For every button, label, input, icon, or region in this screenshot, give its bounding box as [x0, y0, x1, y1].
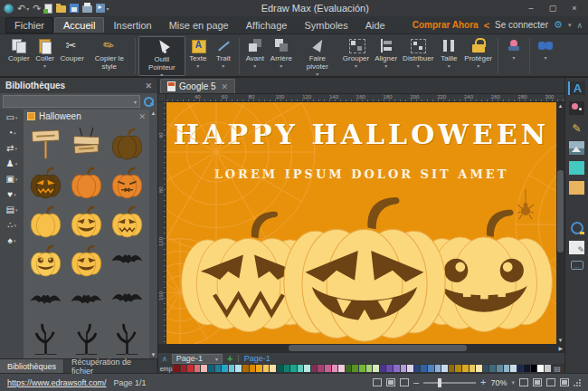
color-bar-more-icon[interactable]: ▤	[552, 365, 563, 372]
add-page-button[interactable]: +	[227, 353, 232, 364]
color-swatch[interactable]	[489, 365, 496, 372]
view-normal-icon[interactable]	[373, 378, 382, 386]
outline-panel-icon[interactable]	[569, 201, 584, 215]
page-list-chevron-icon[interactable]: ∧	[162, 355, 167, 363]
outil-pointeur-button[interactable]: Outil Pointeur▾	[138, 36, 185, 76]
color-swatch[interactable]	[250, 365, 256, 372]
color-swatch[interactable]	[325, 365, 331, 372]
menu-tab-mise-en-page[interactable]: Mise en page	[161, 18, 237, 33]
color-swatch[interactable]	[263, 365, 270, 372]
share-icon[interactable]: <	[484, 20, 489, 31]
color-swatch[interactable]	[346, 365, 352, 372]
shape-bat-3[interactable]	[66, 280, 107, 319]
theme-panel-icon[interactable]	[569, 101, 584, 115]
hyperlink-panel-icon[interactable]	[569, 221, 584, 234]
color-swatch[interactable]	[352, 365, 358, 372]
library-search-input[interactable]: ▾	[3, 95, 140, 108]
distribuer-button[interactable]: Distribuer▾	[400, 36, 436, 76]
shape-jack-yellow-zigzag[interactable]	[107, 202, 147, 241]
color-swatch[interactable]	[476, 365, 482, 372]
color-swatch[interactable]	[517, 365, 524, 372]
color-swatch[interactable]	[270, 365, 276, 372]
shape-bat-4[interactable]	[107, 280, 147, 319]
network-library-icon[interactable]: ∴▾	[7, 220, 16, 231]
color-swatch[interactable]	[386, 365, 393, 372]
page-tab[interactable]: Page-1	[244, 354, 270, 363]
charts-library-icon[interactable]: ◔▾	[7, 128, 16, 138]
fit-page-icon[interactable]	[519, 378, 528, 386]
color-swatch[interactable]	[373, 365, 379, 372]
color-swatch[interactable]	[421, 365, 427, 372]
color-swatch[interactable]	[242, 365, 249, 372]
shape-bat-1[interactable]	[107, 241, 147, 280]
horizontal-scroll-thumb[interactable]	[289, 345, 468, 351]
shape-tree-3[interactable]	[107, 319, 147, 358]
document-tab-close-icon[interactable]: ✕	[222, 82, 229, 91]
shape-bat-2[interactable]	[25, 280, 66, 319]
shape-jack-yellow-evil[interactable]	[66, 202, 107, 241]
color-swatch[interactable]	[537, 365, 544, 372]
grid-icon[interactable]	[560, 378, 569, 386]
sign-in-button[interactable]: Se connecter	[495, 20, 548, 30]
export-icon[interactable]: ▾	[96, 2, 109, 14]
zoom-caret-icon[interactable]: ▾	[511, 379, 515, 386]
color-swatch[interactable]	[462, 365, 469, 372]
document-tab[interactable]: Google 5 ✕	[160, 79, 235, 93]
shape-jack-yellow-grin[interactable]	[66, 241, 107, 280]
text-panel-icon[interactable]: A	[568, 81, 585, 95]
shape-sign-post[interactable]	[25, 124, 66, 163]
undo-caret-icon[interactable]: ▾	[26, 5, 29, 12]
zoom-slider-thumb[interactable]	[438, 378, 441, 387]
shape-pumpkin-yellow[interactable]	[25, 202, 66, 241]
color-swatch[interactable]	[504, 365, 510, 372]
library-scrollbar[interactable]: ▲ ▼	[149, 110, 157, 358]
color-swatch[interactable]	[304, 365, 310, 372]
edrawsoft-link[interactable]: https://www.edrawsoft.com/	[7, 378, 107, 387]
redo-icon[interactable]: ↷	[33, 2, 41, 14]
collapse-ribbon-icon[interactable]: ∧	[576, 21, 583, 30]
color-swatch[interactable]	[332, 365, 338, 372]
zoom-in-button[interactable]: +	[480, 378, 486, 386]
menu-tab-affichage[interactable]: Affichage	[238, 18, 296, 33]
pumpkin-middle[interactable]	[282, 186, 447, 344]
menu-tab-symboles[interactable]: Symboles	[296, 18, 356, 33]
vertical-scroll-thumb[interactable]	[557, 170, 564, 253]
close-button[interactable]: ×	[564, 2, 584, 14]
drawing-page[interactable]: HAPPY HALLOWEEN LOREM IPSUM DOLOR SIT AM…	[166, 102, 556, 344]
color-swatch[interactable]	[428, 365, 434, 372]
menu-tab-accueil[interactable]: Accueil	[54, 17, 104, 33]
couper-button[interactable]: Couper	[58, 36, 87, 76]
shape-pumpkin-orange[interactable]	[66, 163, 107, 202]
color-swatch[interactable]	[380, 365, 386, 372]
color-swatch[interactable]	[229, 365, 235, 372]
color-swatch[interactable]	[284, 365, 290, 372]
settings-gear-icon[interactable]: ⚙	[554, 19, 563, 31]
color-swatch[interactable]	[524, 365, 530, 372]
search-dropdown-caret-icon[interactable]: ▾	[134, 99, 137, 105]
shape-jack-orange-cross[interactable]	[107, 163, 147, 202]
open-file-icon[interactable]	[56, 2, 66, 14]
color-swatch[interactable]	[401, 365, 407, 372]
undo-icon[interactable]: ↶▾	[17, 2, 29, 14]
app-logo-icon[interactable]	[4, 2, 14, 14]
color-swatch[interactable]	[311, 365, 318, 372]
note-panel-icon[interactable]	[569, 181, 584, 195]
forms-library-icon[interactable]: ▤▾	[6, 205, 18, 215]
comment-panel-icon[interactable]: ...	[571, 261, 583, 270]
panel-tab-biblioth-ques[interactable]: Bibliothèques	[0, 359, 63, 373]
color-swatch[interactable]	[208, 365, 214, 372]
shape-sign-hanging[interactable]	[66, 124, 107, 163]
color-swatch[interactable]	[181, 365, 187, 372]
insert-symbol-button[interactable]: ▾	[501, 36, 526, 76]
zoom-level[interactable]: 70%	[490, 378, 507, 387]
clipart-library-icon[interactable]: ▣▾	[6, 174, 18, 185]
copier-button[interactable]: Copier	[5, 36, 33, 76]
color-swatch[interactable]	[545, 365, 551, 372]
resize-grip[interactable]	[574, 379, 581, 386]
scroll-right-icon[interactable]: ▶	[558, 346, 563, 351]
horizontal-scrollbar[interactable]: ▶	[158, 344, 564, 352]
save-icon[interactable]	[70, 2, 79, 14]
copier-le-style-button[interactable]: Copier le style	[87, 36, 132, 76]
color-swatch[interactable]	[277, 365, 283, 372]
prot-ger-button[interactable]: Protéger▾	[461, 36, 495, 76]
